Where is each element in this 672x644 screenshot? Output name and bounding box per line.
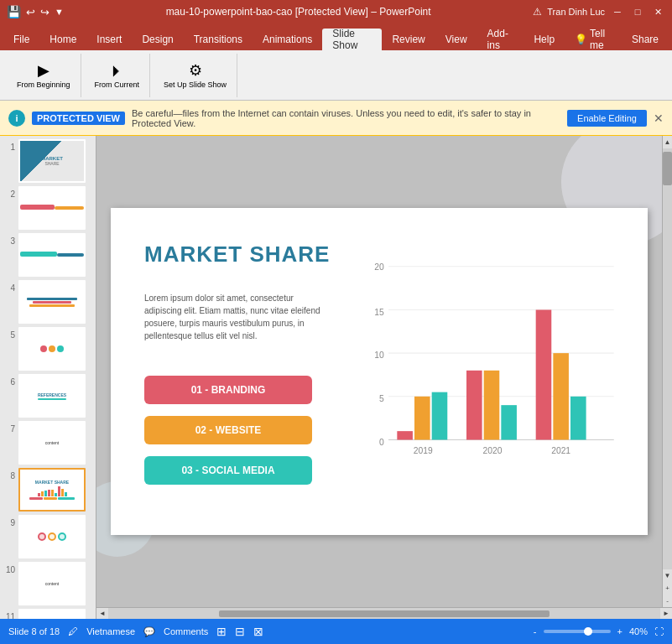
title-bar-right: ⚠ Tran Dinh Luc ─ □ ✕	[533, 4, 665, 19]
view-normal-icon[interactable]: ⊞	[216, 625, 227, 638]
tab-share[interactable]: Share	[622, 29, 669, 50]
y-label-5: 5	[379, 394, 384, 403]
setup-btn[interactable]: ⚙ Set Up Slide Show	[160, 60, 230, 91]
bar-2019-yellow	[414, 397, 430, 440]
chart-area: 20 15 10 5 0	[362, 250, 623, 501]
ribbon-content: ▶ From Beginning ⏵ From Current ⚙ Set Up…	[0, 50, 672, 101]
bar-chart: 20 15 10 5 0	[362, 250, 623, 501]
from-beginning-btn[interactable]: ▶ From Beginning	[13, 60, 74, 91]
username: Tran Dinh Luc	[547, 7, 605, 17]
x-label-2019: 2019	[414, 446, 433, 455]
scroll-up-btn[interactable]: ▲	[663, 136, 672, 148]
customize-icon[interactable]: ▼	[55, 7, 64, 17]
close-btn[interactable]: ✕	[650, 4, 665, 19]
bar-2021-red	[536, 309, 552, 439]
comments-icon[interactable]: 💬	[143, 626, 155, 637]
zoom-plus[interactable]: +	[617, 626, 623, 636]
tab-animations[interactable]: Animations	[253, 29, 322, 50]
bar-2019-red	[397, 431, 413, 439]
canvas-area: MARKET SHARE Lorem ipsum dolor sit amet,…	[96, 136, 662, 607]
tab-design[interactable]: Design	[132, 29, 183, 50]
tab-transitions[interactable]: Transitions	[184, 29, 253, 50]
slide-icon[interactable]: 🖊	[68, 626, 78, 637]
slide-thumb-10[interactable]: 10 content	[3, 562, 92, 605]
slide-thumb-9[interactable]: 9	[3, 515, 92, 558]
scroll-down-btn[interactable]: ▼	[663, 569, 672, 582]
tab-slideshow[interactable]: Slide Show	[322, 29, 382, 50]
scroll-contract-btn[interactable]: -	[663, 595, 672, 607]
main-area: 1 MARKET SHARE 2	[0, 136, 672, 619]
status-bar: Slide 8 of 18 🖊 Vietnamese 💬 Comments ⊞ …	[0, 619, 672, 644]
slide-thumb-4[interactable]: 4	[3, 280, 92, 324]
slide-button-website[interactable]: 02 - WEBSITE	[144, 416, 312, 444]
bar-2019-teal	[432, 392, 448, 440]
save-icon[interactable]: 💾	[7, 5, 21, 18]
y-label-10: 10	[374, 351, 384, 360]
protected-icon: i	[8, 110, 25, 127]
undo-icon[interactable]: ↩	[26, 6, 35, 18]
comments-label[interactable]: Comments	[164, 626, 208, 636]
zoom-level[interactable]: 40%	[629, 626, 648, 636]
slide-description: Lorem ipsum dolor sit amet, consectetur …	[144, 292, 329, 342]
title-bar: 💾 ↩ ↪ ▼ mau-10-powerpoint-bao-cao [Prote…	[0, 0, 672, 23]
tab-help[interactable]: Help	[524, 29, 565, 50]
tab-home[interactable]: Home	[39, 29, 86, 50]
view-notes-icon[interactable]: ⊠	[253, 625, 263, 638]
slide-thumb-7[interactable]: 7 content	[3, 421, 92, 465]
horizontal-scrollbar: ◄ ►	[96, 607, 672, 619]
protected-message: Be careful—files from the Internet can c…	[132, 108, 560, 128]
slide-thumb-6[interactable]: 6 REFERENCES	[3, 374, 92, 418]
y-label-15: 15	[374, 308, 384, 317]
slide-thumb-2[interactable]: 2	[3, 186, 92, 230]
redo-icon[interactable]: ↪	[40, 6, 49, 18]
scroll-right-btn[interactable]: ►	[660, 608, 672, 619]
scroll-expand-btn[interactable]: +	[663, 582, 672, 595]
slide-title: MARKET SHARE	[144, 242, 330, 267]
view-outline-icon[interactable]: ⊟	[235, 625, 245, 638]
tab-insert[interactable]: Insert	[86, 29, 132, 50]
h-scroll-thumb[interactable]	[219, 610, 550, 617]
bar-2021-teal	[570, 397, 586, 440]
protected-view-bar: i PROTECTED VIEW Be careful—files from t…	[0, 101, 672, 136]
ribbon-group-current: ⏵ From Current	[85, 54, 151, 97]
maximize-btn[interactable]: □	[630, 4, 645, 19]
slide-thumb-1[interactable]: 1 MARKET SHARE	[3, 139, 92, 183]
tab-tellme[interactable]: 💡Tell me	[565, 29, 622, 50]
protected-label: PROTECTED VIEW	[32, 112, 125, 125]
title-bar-left: 💾 ↩ ↪ ▼	[7, 5, 64, 18]
slide-button-social-media[interactable]: 03 - SOCIAL MEDIA	[144, 456, 312, 485]
slide-button-branding[interactable]: 01 - BRANDING	[144, 376, 312, 404]
slide-canvas[interactable]: MARKET SHARE Lorem ipsum dolor sit amet,…	[111, 208, 648, 535]
from-current-btn[interactable]: ⏵ From Current	[91, 60, 143, 91]
zoom-minus[interactable]: -	[534, 626, 537, 636]
language-label[interactable]: Vietnamese	[86, 626, 135, 636]
slide-thumb-5[interactable]: 5	[3, 327, 92, 371]
x-label-2021: 2021	[551, 446, 570, 455]
enable-editing-button[interactable]: Enable Editing	[567, 110, 647, 127]
minimize-btn[interactable]: ─	[610, 4, 625, 19]
close-protected-bar-button[interactable]: ✕	[654, 112, 664, 125]
zoom-slider[interactable]	[544, 630, 611, 633]
tab-addins[interactable]: Add-ins	[477, 29, 524, 50]
scroll-track	[663, 148, 672, 569]
ribbon-group-start: ▶ From Beginning	[7, 54, 81, 97]
x-label-2020: 2020	[483, 446, 503, 455]
ribbon-tabs: File Home Insert Design Transitions Anim…	[0, 23, 672, 50]
zoom-thumb	[584, 627, 592, 636]
status-right: - + 40% ⛶	[534, 626, 664, 636]
scroll-left-btn[interactable]: ◄	[96, 608, 108, 619]
fit-window-icon[interactable]: ⛶	[654, 626, 664, 636]
tab-file[interactable]: File	[3, 29, 39, 50]
bar-2021-yellow	[553, 353, 569, 439]
tab-review[interactable]: Review	[382, 29, 435, 50]
slide-thumb-11[interactable]: 11	[3, 609, 92, 619]
slide-info: Slide 8 of 18	[8, 626, 60, 636]
tab-view[interactable]: View	[435, 29, 477, 50]
slide-panel: 1 MARKET SHARE 2	[0, 136, 96, 619]
status-left: Slide 8 of 18 🖊 Vietnamese 💬 Comments ⊞ …	[8, 625, 524, 638]
warning-icon: ⚠	[533, 6, 542, 18]
slide-thumb-8[interactable]: 8 MARKET SHARE	[3, 468, 92, 512]
scroll-thumb[interactable]	[663, 152, 672, 185]
ribbon-group-setup: ⚙ Set Up Slide Show	[154, 54, 237, 97]
slide-thumb-3[interactable]: 3	[3, 233, 92, 277]
